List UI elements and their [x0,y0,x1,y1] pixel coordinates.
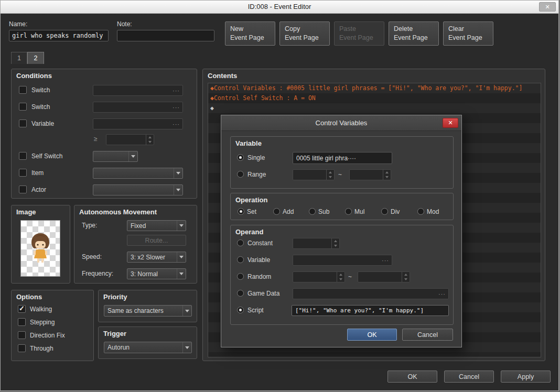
window-close-button[interactable]: ✕ [539,2,556,12]
name-input[interactable] [9,30,109,41]
editor-cancel-button[interactable]: Cancel [444,371,494,383]
random-to-spinner[interactable] [358,271,410,282]
window-titlebar[interactable]: ID:008 - Event Editor ✕ [1,1,558,14]
trigger-dropdown[interactable]: Autorun [104,342,192,353]
route-button: Route... [127,235,186,246]
spin-up-icon[interactable] [146,135,154,140]
variable-compare-value [106,135,146,145]
switch1-field[interactable]: ··· [93,85,183,96]
dialog-titlebar[interactable]: Control Variables ✕ [221,115,461,131]
random-from-spinner[interactable] [293,271,345,282]
editor-ok-button[interactable]: OK [387,371,437,383]
range-to-spin-buttons[interactable] [383,170,391,180]
operand-variable-field[interactable]: ··· [293,255,392,266]
self-switch-dropdown-button[interactable] [128,151,137,161]
spin-up-icon[interactable] [327,170,334,175]
variable-compare-spin-buttons[interactable] [146,135,154,145]
movement-type-dropdown-button[interactable] [177,221,186,231]
trigger-dropdown-button[interactable] [182,342,191,353]
movement-speed-dropdown-button[interactable] [177,252,186,262]
op-sub-radio[interactable] [309,208,316,215]
operand-constant-radio[interactable] [237,239,244,246]
spin-up-icon[interactable] [383,170,391,175]
editor-apply-button[interactable]: Apply [501,371,551,383]
dialog-cancel-button[interactable]: Cancel [402,329,453,341]
range-to-spinner[interactable] [349,169,391,180]
movement-type-label: Type: [82,222,97,229]
self-switch-checkbox[interactable] [19,152,27,160]
event-command-line[interactable]: ◆ [208,103,541,113]
op-div-radio[interactable] [381,208,388,215]
switch2-checkbox[interactable] [19,103,27,111]
op-mul-radio[interactable] [345,208,352,215]
event-editor-window: ID:008 - Event Editor ✕ Name: Note: New … [0,0,559,391]
actor-dropdown[interactable] [93,184,183,195]
tab-page-1[interactable]: 1 [11,52,27,64]
game-data-field[interactable]: ··· [293,288,449,299]
operand-game-data-radio[interactable] [237,290,244,297]
spin-down-icon[interactable] [383,175,391,180]
event-command-line[interactable]: ◆Control Self Switch : A = ON [208,93,541,103]
spin-up-icon[interactable] [402,272,410,277]
self-switch-dropdown[interactable] [93,151,138,162]
spin-down-icon[interactable] [327,175,334,180]
character-image-picker[interactable] [20,220,60,277]
variable-field[interactable]: ··· [93,118,183,129]
spin-down-icon[interactable] [337,277,344,282]
dialog-ok-button[interactable]: OK [347,329,397,341]
actor-value [93,185,174,195]
priority-dropdown[interactable]: Same as characters [104,305,192,317]
movement-title: Autonomous Movement [79,208,157,216]
op-set-radio[interactable] [238,208,244,215]
actor-dropdown-button[interactable] [174,185,182,195]
movement-type-dropdown[interactable]: Fixed [127,220,186,231]
single-variable-field[interactable]: 0005 little girl phra···· [293,152,392,164]
movement-frequency-dropdown-button[interactable] [177,269,186,279]
event-command-line[interactable]: ◆Control Variables : #0005 little girl p… [208,83,541,93]
variable-checkbox[interactable] [19,119,27,127]
priority-title: Priority [103,293,127,301]
self-switch-value [93,151,128,161]
dialog-close-button[interactable]: ✕ [443,118,458,128]
random-from-spin-buttons[interactable] [337,272,344,282]
spin-down-icon[interactable] [332,244,339,249]
movement-speed-dropdown[interactable]: 3: x2 Slower [127,252,186,263]
single-radio[interactable] [237,154,244,161]
constant-spin-buttons[interactable] [331,238,339,248]
switch2-field[interactable]: ··· [93,102,183,113]
walking-checkbox[interactable] [18,305,26,313]
range-radio[interactable] [237,171,244,178]
range-to-value [350,170,383,180]
spin-up-icon[interactable] [337,272,344,277]
delete-event-page-button[interactable]: Delete Event Page [389,21,439,46]
actor-checkbox[interactable] [19,186,27,193]
priority-dropdown-button[interactable] [182,306,191,316]
item-checkbox[interactable] [19,169,27,177]
random-to-spin-buttons[interactable] [402,272,410,282]
direction-fix-checkbox[interactable] [18,331,26,339]
operand-variable-radio[interactable] [237,256,244,263]
range-from-spinner[interactable] [293,169,335,180]
movement-frequency-dropdown[interactable]: 3: Normal [127,268,186,279]
clear-event-page-button[interactable]: Clear Event Page [443,21,493,46]
spin-down-icon[interactable] [402,277,410,282]
op-add-radio[interactable] [273,208,280,215]
item-dropdown-button[interactable] [174,168,182,178]
spin-down-icon[interactable] [146,140,154,145]
range-from-spin-buttons[interactable] [326,170,334,180]
script-field[interactable]: ["Hi!", "Who are you?", "I'm happy."] [292,305,449,316]
new-event-page-button[interactable]: New Event Page [225,21,275,46]
copy-event-page-button[interactable]: Copy Event Page [279,21,330,46]
note-input[interactable] [117,30,214,41]
tab-page-2[interactable]: 2 [27,52,44,64]
operand-random-radio[interactable] [237,273,244,280]
spin-up-icon[interactable] [332,238,339,244]
switch1-checkbox[interactable] [19,86,27,94]
operand-script-radio[interactable] [237,307,244,313]
item-dropdown[interactable] [93,168,183,179]
through-checkbox[interactable] [18,344,26,352]
op-mod-radio[interactable] [417,208,424,215]
constant-spinner[interactable] [293,238,340,249]
stepping-checkbox[interactable] [18,318,26,326]
variable-compare-spinner[interactable] [106,134,154,145]
